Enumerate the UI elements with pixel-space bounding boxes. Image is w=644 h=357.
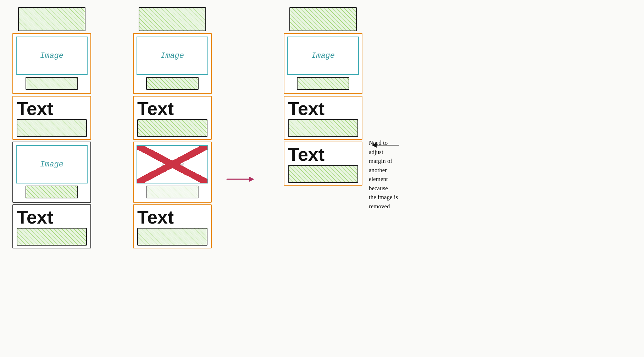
top-hatch-1 [18,7,85,31]
img-bottom-hatch-2 [26,186,78,198]
text-bottom-hatch-5 [288,119,358,137]
image-label-2: Image [40,160,63,169]
image-card-1: Image [12,33,91,94]
text-card-6: Text [284,142,362,186]
svg-marker-1 [249,177,254,182]
image-area-1: Image [16,37,88,75]
crossed-img-bottom-hatch [146,186,199,198]
text-bottom-hatch-4 [137,228,207,246]
crossed-image-area: Image [137,145,208,183]
text-card-5: Text [284,96,362,140]
text-bottom-hatch-2 [17,228,87,246]
top-hatch-2 [139,7,206,31]
arrow-svg [225,174,257,185]
text-label-6: Text [288,145,358,164]
column-1: Image Text Image Text [12,7,91,248]
canvas: Image Text Image Text Image [0,0,644,357]
image-label-1: Image [40,51,63,60]
image-label-5: Image [311,51,335,60]
img-bottom-hatch-3 [146,77,199,90]
column-3: Image Text Text [284,7,362,186]
top-hatch-3 [289,7,357,31]
text-card-1: Text [12,96,91,140]
text-label-4: Text [137,208,207,226]
crossed-image-label: Image [161,160,184,169]
text-label-1: Text [17,99,87,118]
text-label-3: Text [137,99,207,118]
image-area-5: Image [287,37,359,75]
text-card-3: Text [133,96,212,140]
annotation-text: Need to adjust margin of another element… [369,138,401,211]
image-card-5: Image [284,33,362,94]
text-label-5: Text [288,99,358,118]
text-bottom-hatch-1 [17,119,87,137]
image-label-3: Image [161,51,184,60]
image-area-3: Image [137,37,208,75]
column-2: Image Text Image Text [133,7,212,248]
text-bottom-hatch-6 [288,165,358,183]
text-label-2: Text [17,208,87,226]
img-bottom-hatch-5 [297,77,349,90]
image-area-2: Image [16,145,88,183]
image-card-2: Image [12,142,91,203]
annotation-container: Need to adjust margin of another element… [369,138,401,150]
text-card-4: Text [133,204,212,248]
crossed-image-card: Image [133,142,212,203]
img-bottom-hatch-1 [26,77,78,90]
arrow-container [225,174,257,185]
image-card-3: Image [133,33,212,94]
text-bottom-hatch-3 [137,119,207,137]
text-card-2: Text [12,204,91,248]
